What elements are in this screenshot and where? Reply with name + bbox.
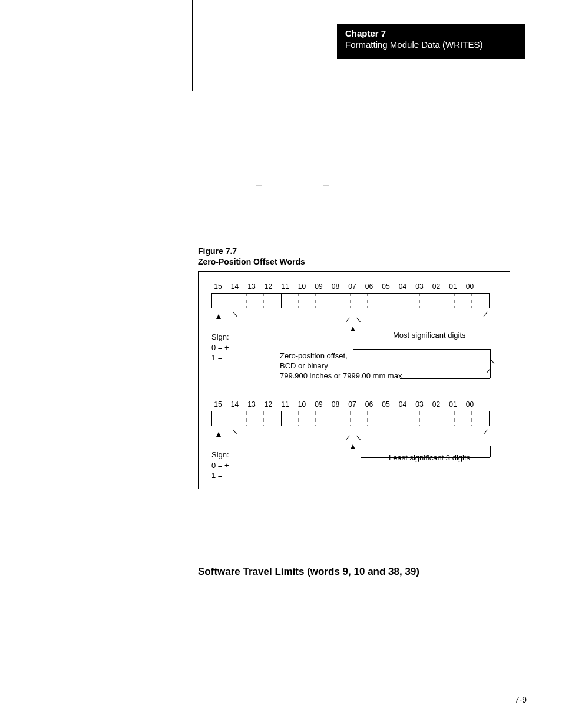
bit-label: 03 bbox=[413, 282, 426, 291]
bit-label: 02 bbox=[430, 400, 443, 409]
bit-label: 14 bbox=[229, 282, 242, 291]
bit-label: 10 bbox=[296, 400, 309, 409]
bit-label: 15 bbox=[211, 282, 224, 291]
bit-label: 06 bbox=[363, 282, 376, 291]
word-layout bbox=[211, 293, 490, 308]
sign-minus: 1 = – bbox=[211, 470, 229, 481]
bit-label: 01 bbox=[447, 282, 459, 291]
bit-label: 02 bbox=[430, 282, 443, 291]
text-mark: – bbox=[256, 178, 262, 190]
chapter-header: Chapter 7 Formatting Module Data (WRITES… bbox=[337, 24, 525, 59]
bit-label: 11 bbox=[279, 400, 292, 409]
connector-line bbox=[353, 449, 353, 460]
connector-line bbox=[219, 437, 219, 449]
page-number: 7-9 bbox=[515, 695, 527, 704]
bit-label: 08 bbox=[329, 282, 342, 291]
arrow-up-icon bbox=[351, 444, 355, 449]
bit-label: 00 bbox=[464, 400, 477, 409]
sign-annotation: Sign: 0 = + 1 = – bbox=[211, 450, 229, 481]
sign-plus: 0 = + bbox=[211, 460, 229, 471]
ann-line: 799.900 inches or 7999.00 mm max bbox=[280, 371, 402, 381]
bit-label: 12 bbox=[262, 400, 275, 409]
bit-label: 13 bbox=[245, 400, 258, 409]
bit-labels-row: 15 14 13 12 11 10 09 08 07 06 05 04 03 0… bbox=[211, 282, 477, 291]
figure-caption: Figure 7.7 Zero-Position Offset Words bbox=[198, 246, 305, 267]
connector-line bbox=[219, 319, 219, 331]
word-layout bbox=[211, 411, 490, 426]
text-mark: – bbox=[323, 178, 329, 190]
connector-line bbox=[490, 349, 491, 378]
connector-line bbox=[400, 378, 490, 379]
arrow-up-icon bbox=[216, 432, 221, 437]
figure-diagram: 15 14 13 12 11 10 09 08 07 06 05 04 03 0… bbox=[198, 271, 510, 489]
bit-label: 04 bbox=[396, 400, 409, 409]
sign-minus: 1 = – bbox=[211, 353, 229, 363]
connector-line bbox=[361, 446, 490, 446]
sign-label-text: Sign: bbox=[211, 450, 229, 460]
bit-label: 13 bbox=[245, 282, 258, 291]
arrow-up-icon bbox=[216, 314, 221, 319]
bit-label: 07 bbox=[346, 282, 359, 291]
bit-label: 09 bbox=[312, 400, 325, 409]
bit-label: 08 bbox=[329, 400, 342, 409]
connector-line bbox=[361, 349, 490, 350]
ann-line: Zero-position offset, bbox=[280, 351, 402, 361]
most-significant-label: Most significant digits bbox=[393, 331, 466, 340]
bit-label: 05 bbox=[379, 282, 392, 291]
bit-label: 12 bbox=[262, 282, 275, 291]
bit-label: 05 bbox=[379, 400, 392, 409]
bit-label: 01 bbox=[447, 400, 459, 409]
brace-end bbox=[490, 359, 494, 364]
bit-label: 10 bbox=[296, 282, 309, 291]
bit-labels-row: 15 14 13 12 11 10 09 08 07 06 05 04 03 0… bbox=[211, 400, 477, 409]
ann-line: BCD or binary bbox=[280, 361, 402, 371]
bit-label: 04 bbox=[396, 282, 409, 291]
bit-label: 07 bbox=[346, 400, 359, 409]
chapter-number: Chapter 7 bbox=[345, 28, 517, 38]
sign-annotation: Sign: 0 = + 1 = – bbox=[211, 332, 229, 363]
connector-line bbox=[361, 446, 361, 457]
sign-label-text: Sign: bbox=[211, 332, 229, 342]
section-heading: Software Travel Limits (words 9, 10 and … bbox=[198, 566, 419, 578]
zero-position-annotation: Zero-position offset, BCD or binary 799.… bbox=[280, 351, 402, 381]
bit-label: 11 bbox=[279, 282, 292, 291]
connector-line bbox=[490, 446, 491, 457]
connector-line bbox=[353, 349, 361, 350]
arrow-up-icon bbox=[351, 327, 355, 331]
sign-plus: 0 = + bbox=[211, 342, 229, 353]
bit-label: 06 bbox=[363, 400, 376, 409]
bit-label: 15 bbox=[211, 400, 224, 409]
bit-label: 03 bbox=[413, 400, 426, 409]
bit-label: 14 bbox=[229, 400, 242, 409]
bit-label: 09 bbox=[312, 282, 325, 291]
figure-number: Figure 7.7 bbox=[198, 246, 305, 257]
connector-line bbox=[361, 457, 490, 458]
connector-line bbox=[353, 331, 353, 349]
page-divider-rule bbox=[192, 0, 193, 91]
bit-label: 00 bbox=[464, 282, 477, 291]
figure-title: Zero-Position Offset Words bbox=[198, 257, 305, 268]
chapter-title: Formatting Module Data (WRITES) bbox=[345, 39, 517, 50]
